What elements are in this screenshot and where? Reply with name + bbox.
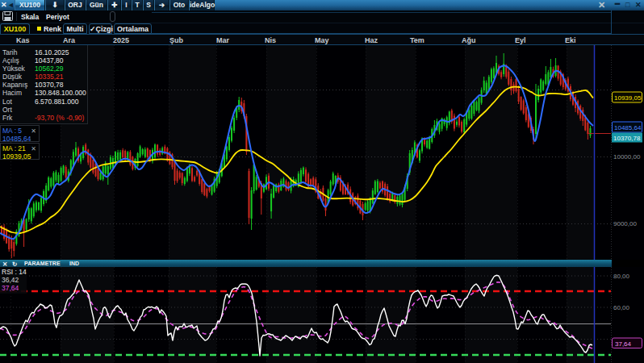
svg-text:10485,64: 10485,64 bbox=[614, 124, 642, 131]
svg-text:80,00: 80,00 bbox=[613, 273, 630, 280]
svg-text:37,64: 37,64 bbox=[2, 284, 19, 292]
svg-text:9000,00: 9000,00 bbox=[613, 220, 637, 227]
svg-text:RSI : 14: RSI : 14 bbox=[2, 268, 27, 276]
svg-text:10000,00: 10000,00 bbox=[613, 153, 641, 161]
svg-text:10939,05: 10939,05 bbox=[614, 94, 642, 102]
svg-text:60,00: 60,00 bbox=[613, 304, 630, 311]
svg-text:37,64: 37,64 bbox=[615, 340, 632, 348]
svg-text:10370,78: 10370,78 bbox=[613, 135, 641, 142]
svg-text:36,42: 36,42 bbox=[2, 276, 19, 284]
